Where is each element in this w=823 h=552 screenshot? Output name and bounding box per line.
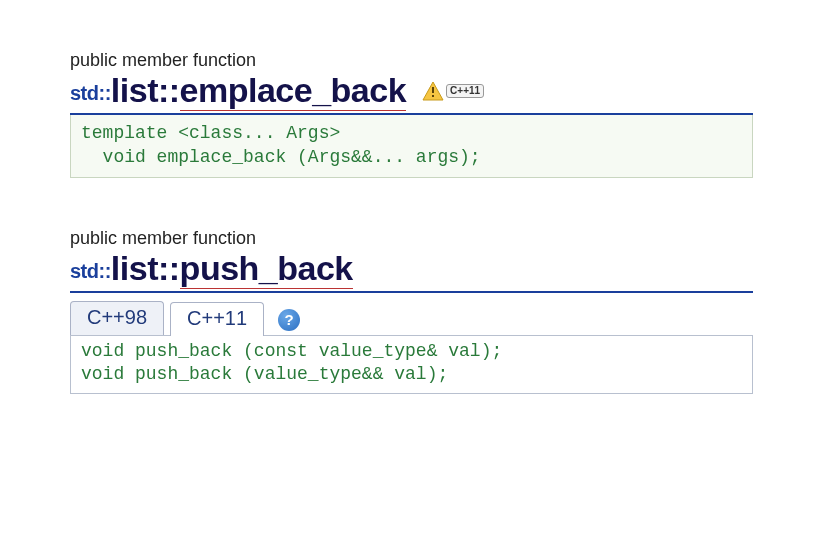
cpp11-badge: C++11 <box>446 84 484 98</box>
svg-rect-1 <box>432 87 434 93</box>
title-row: std::list::emplace_back C++11 <box>70 73 753 115</box>
tab-cpp98[interactable]: C++98 <box>70 301 164 335</box>
page-title: std::list::emplace_back <box>70 73 406 109</box>
class-name: list <box>111 249 158 287</box>
section-emplace-back: public member function std::list::emplac… <box>70 50 753 178</box>
signature-code: template <class... Args> void emplace_ba… <box>70 115 753 179</box>
function-name: emplace_back <box>180 71 407 109</box>
help-icon[interactable]: ? <box>278 309 300 331</box>
svg-rect-2 <box>432 95 434 97</box>
section-push-back: public member function std::list::push_b… <box>70 228 753 393</box>
namespace: std:: <box>70 260 111 282</box>
scope-sep: :: <box>158 249 180 287</box>
page-title: std::list::push_back <box>70 251 353 287</box>
tabs-row: C++98 C++11 ? <box>70 301 753 335</box>
kind-label: public member function <box>70 228 753 249</box>
namespace: std:: <box>70 82 111 104</box>
class-name: list <box>111 71 158 109</box>
warning-icon <box>422 81 444 101</box>
kind-label: public member function <box>70 50 753 71</box>
version-badge-group: C++11 <box>422 81 484 101</box>
title-row: std::list::push_back <box>70 251 753 293</box>
tab-cpp11[interactable]: C++11 <box>170 302 264 336</box>
signature-code: void push_back (const value_type& val); … <box>70 335 753 394</box>
scope-sep: :: <box>158 71 180 109</box>
function-name: push_back <box>180 249 353 287</box>
